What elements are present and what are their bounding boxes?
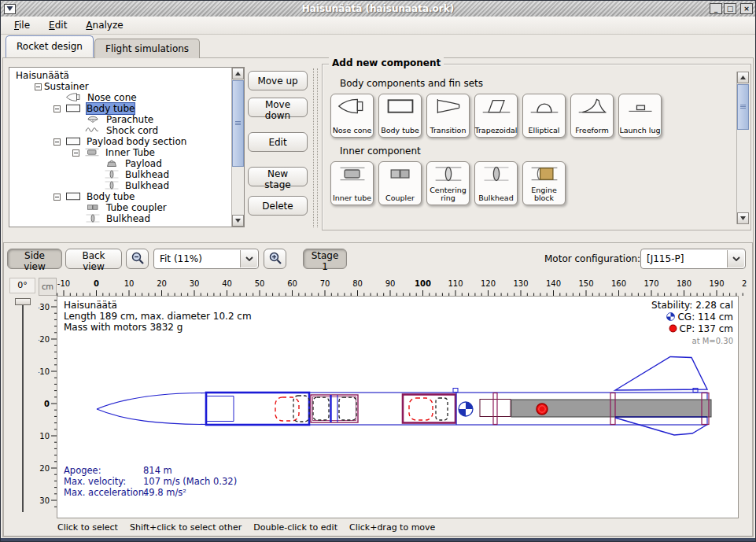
tab-flight-simulations[interactable]: Flight simulations <box>94 39 200 58</box>
centering-ring-icon <box>433 164 464 186</box>
tree-item-bulkhead[interactable]: Bulkhead <box>13 169 230 180</box>
window-menu-icon[interactable] <box>4 4 16 14</box>
title-bar[interactable]: Haisunäätä (haisunaata.ork) _ □ × <box>1 1 755 17</box>
tree-item-label: Sustainer <box>44 81 89 92</box>
add-bulkhead-button[interactable]: Bulkhead <box>474 161 518 205</box>
payload-inner-tube-shape[interactable] <box>311 395 358 422</box>
add-engine-block-button[interactable]: Engine block <box>522 161 566 205</box>
scrollbar-thumb[interactable] <box>737 84 749 130</box>
nose-shoulder-shape <box>206 396 234 422</box>
bulkhead-dashed-shape[interactable] <box>339 397 356 420</box>
rotation-slider[interactable] <box>14 297 31 515</box>
chevron-down-icon[interactable] <box>727 250 744 267</box>
tree-item-bulkhead[interactable]: Bulkhead <box>13 180 230 191</box>
add-trapezoidal-button[interactable]: Trapezoidal <box>474 94 518 138</box>
scroll-up-icon[interactable] <box>737 72 749 83</box>
body-tube-selected-shape[interactable] <box>206 393 309 425</box>
rotation-angle-value: 0° <box>9 278 35 293</box>
tree-item-sustainer[interactable]: Sustainer <box>13 81 230 92</box>
rocket-info-line: Length 189 cm, max. diameter 10.2 cm <box>64 311 252 322</box>
move-up-button[interactable]: Move up <box>248 71 308 90</box>
tree-item-payload[interactable]: Payload <box>13 158 230 169</box>
tree-item-nose-cone[interactable]: Nose cone <box>13 92 230 103</box>
svg-text:40: 40 <box>222 279 232 288</box>
edit-button[interactable]: Edit <box>248 132 308 152</box>
scrollbar-thumb[interactable] <box>232 80 244 167</box>
add-launch-lug-button[interactable]: Launch lug <box>618 94 662 138</box>
component-panel-scrollbar[interactable] <box>736 72 749 224</box>
add-transition-button[interactable]: Transition <box>426 94 470 138</box>
motor-mount-tube-shape[interactable] <box>480 400 511 417</box>
close-button[interactable]: × <box>740 3 753 14</box>
tree-item-body-tube[interactable]: Body tube <box>13 191 230 202</box>
tree-expander-icon[interactable] <box>72 149 79 157</box>
nose-cone-shape[interactable] <box>97 393 206 425</box>
add-freeform-button[interactable]: Freeform <box>570 94 614 138</box>
fin-lower-shape[interactable] <box>615 418 707 435</box>
tab-rocket-design[interactable]: Rocket design <box>6 35 94 57</box>
new-stage-button[interactable]: New stage <box>248 167 308 186</box>
application-window: Haisunäätä (haisunaata.ork) _ □ × FileEd… <box>0 0 756 542</box>
component-button-label: Elliptical <box>529 127 560 135</box>
tree-expander-icon[interactable] <box>53 138 61 146</box>
minimize-button[interactable]: _ <box>710 3 722 14</box>
launch-lug-shape[interactable] <box>693 389 698 393</box>
add-inner-tube-button[interactable]: Inner tube <box>330 161 374 205</box>
window-bottom-edge <box>1 538 755 541</box>
zoom-level-select[interactable]: Fit (11%) <box>153 249 259 269</box>
tree-item-shock-cord[interactable]: Shock cord <box>13 125 230 136</box>
side-view-button[interactable]: Side view <box>7 249 62 269</box>
slider-handle[interactable] <box>15 298 31 305</box>
add-centering-ring-button[interactable]: Centering ring <box>426 161 470 205</box>
tree-expander-icon[interactable] <box>53 105 61 112</box>
tree-item-payload-body-section[interactable]: Payload body section <box>13 136 230 147</box>
menu-edit[interactable]: Edit <box>45 18 71 32</box>
tree-item-haisun-t[interactable]: Haisunäätä <box>13 70 230 81</box>
chevron-down-icon[interactable] <box>240 250 257 267</box>
group-label: Body components and fin sets <box>340 78 728 89</box>
shock-cord-shape[interactable] <box>293 396 309 422</box>
scroll-down-icon[interactable] <box>737 212 749 224</box>
back-view-button[interactable]: Back view <box>65 249 122 269</box>
svg-text:120: 120 <box>481 279 496 288</box>
tree-item-inner-tube[interactable]: Inner Tube <box>13 147 230 158</box>
maximize-button[interactable]: □ <box>724 3 736 14</box>
bulkhead-dashed-shape[interactable] <box>436 398 448 420</box>
motor-configuration-value: [J115-P] <box>647 253 684 264</box>
tree-scrollbar[interactable] <box>231 68 244 227</box>
tree-item-bulkhead[interactable]: Bulkhead <box>13 213 230 224</box>
add-elliptical-button[interactable]: Elliptical <box>522 94 566 138</box>
engine-block-icon <box>529 164 560 186</box>
zoom-in-button[interactable] <box>264 249 286 269</box>
stage-1-toggle[interactable]: Stage 1 <box>303 249 347 269</box>
tree-item-parachute[interactable]: Parachute <box>13 114 230 125</box>
tree-item-body-tube[interactable]: Body tube <box>13 103 230 114</box>
tree-expander-icon[interactable] <box>35 83 42 90</box>
delete-button[interactable]: Delete <box>248 196 308 216</box>
stability-value: Stability: 2.28 cal <box>651 300 733 312</box>
launch-lug-shape[interactable] <box>453 389 458 393</box>
centering-ring-shape[interactable] <box>493 393 497 425</box>
add-nose-cone-button[interactable]: Nose cone <box>330 94 374 138</box>
nose-cone-icon <box>337 97 368 118</box>
parachute-shape[interactable] <box>275 397 299 421</box>
add-coupler-button[interactable]: Coupler <box>378 161 422 205</box>
component-button-label: Bulkhead <box>478 194 513 202</box>
parachute-shape[interactable] <box>409 398 433 420</box>
split-divider[interactable] <box>313 68 318 227</box>
motor-configuration-select[interactable]: [J115-P] <box>640 249 746 269</box>
flight-data-block: Apogee:814 mMax. velocity:107 m/s (Mach … <box>64 465 237 498</box>
component-button-row: Inner tubeCouplerCentering ringBulkheadE… <box>330 161 728 205</box>
move-down-button[interactable]: Move down <box>248 98 308 117</box>
menu-analyze[interactable]: Analyze <box>82 18 127 32</box>
fin-upper-shape[interactable] <box>615 357 707 391</box>
add-body-tube-button[interactable]: Body tube <box>378 94 422 138</box>
payload-shape[interactable] <box>313 397 329 420</box>
cg-value: CG: 114 cm <box>677 312 733 323</box>
tree-item-tube-coupler[interactable]: Tube coupler <box>13 202 230 213</box>
menu-file[interactable]: File <box>10 18 34 32</box>
zoom-out-button[interactable] <box>126 249 149 269</box>
scroll-down-icon[interactable] <box>232 215 244 227</box>
scroll-up-icon[interactable] <box>232 68 244 79</box>
tree-expander-icon[interactable] <box>53 194 61 201</box>
